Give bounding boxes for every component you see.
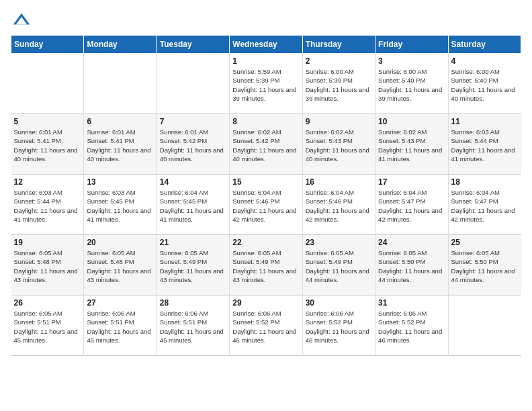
- day-info: Sunrise: 6:06 AMSunset: 5:52 PMDaylight:…: [378, 309, 445, 345]
- day-info: Sunrise: 6:02 AMSunset: 5:42 PMDaylight:…: [232, 128, 299, 163]
- day-info: Sunrise: 6:05 AMSunset: 5:49 PMDaylight:…: [232, 248, 299, 284]
- day-number: 17: [378, 177, 445, 187]
- calendar-cell: 10Sunrise: 6:02 AMSunset: 5:43 PMDayligh…: [375, 114, 448, 175]
- calendar-cell: 13Sunrise: 6:03 AMSunset: 5:45 PMDayligh…: [84, 175, 157, 235]
- day-number: 25: [451, 238, 519, 247]
- day-number: 6: [87, 117, 153, 126]
- calendar-cell: 17Sunrise: 6:04 AMSunset: 5:47 PMDayligh…: [375, 175, 448, 235]
- day-info: Sunrise: 6:03 AMSunset: 5:45 PMDaylight:…: [87, 188, 153, 224]
- day-info: Sunrise: 6:05 AMSunset: 5:48 PMDaylight:…: [14, 248, 81, 284]
- day-info: Sunrise: 6:01 AMSunset: 5:41 PMDaylight:…: [87, 128, 153, 163]
- day-info: Sunrise: 6:05 AMSunset: 5:50 PMDaylight:…: [451, 248, 519, 284]
- day-info: Sunrise: 6:04 AMSunset: 5:46 PMDaylight:…: [306, 188, 372, 224]
- day-number: 1: [232, 56, 299, 66]
- day-info: Sunrise: 6:01 AMSunset: 5:42 PMDaylight:…: [160, 128, 226, 163]
- calendar-cell: 30Sunrise: 6:06 AMSunset: 5:52 PMDayligh…: [302, 295, 375, 356]
- calendar-cell: 26Sunrise: 6:05 AMSunset: 5:51 PMDayligh…: [11, 295, 84, 356]
- calendar-cell: 15Sunrise: 6:04 AMSunset: 5:46 PMDayligh…: [230, 175, 302, 235]
- day-info: Sunrise: 6:02 AMSunset: 5:43 PMDaylight:…: [378, 128, 445, 163]
- day-info: Sunrise: 6:06 AMSunset: 5:51 PMDaylight:…: [87, 309, 153, 345]
- calendar-cell: 14Sunrise: 6:04 AMSunset: 5:45 PMDayligh…: [157, 175, 229, 235]
- calendar-cell: 18Sunrise: 6:04 AMSunset: 5:47 PMDayligh…: [448, 175, 521, 235]
- day-info: Sunrise: 6:01 AMSunset: 5:41 PMDaylight:…: [14, 128, 81, 163]
- calendar-cell: 24Sunrise: 6:05 AMSunset: 5:50 PMDayligh…: [375, 235, 448, 295]
- day-number: 27: [87, 298, 153, 308]
- day-number: 13: [87, 177, 153, 187]
- day-info: Sunrise: 6:03 AMSunset: 5:44 PMDaylight:…: [451, 128, 519, 163]
- day-number: 29: [232, 298, 299, 308]
- day-info: Sunrise: 6:04 AMSunset: 5:47 PMDaylight:…: [378, 188, 445, 224]
- day-number: 28: [160, 298, 226, 308]
- day-info: Sunrise: 6:05 AMSunset: 5:49 PMDaylight:…: [160, 248, 226, 284]
- calendar-cell: 27Sunrise: 6:06 AMSunset: 5:51 PMDayligh…: [84, 295, 157, 356]
- calendar-cell: 6Sunrise: 6:01 AMSunset: 5:41 PMDaylight…: [84, 114, 157, 175]
- day-number: 26: [14, 298, 81, 308]
- day-number: 9: [306, 117, 372, 126]
- calendar-cell: 8Sunrise: 6:02 AMSunset: 5:42 PMDaylight…: [230, 114, 302, 175]
- day-number: 31: [378, 298, 445, 308]
- day-number: 7: [160, 117, 226, 126]
- day-info: Sunrise: 6:05 AMSunset: 5:48 PMDaylight:…: [87, 248, 153, 284]
- calendar-cell: [448, 295, 521, 356]
- day-info: Sunrise: 6:02 AMSunset: 5:43 PMDaylight:…: [306, 128, 372, 163]
- calendar-cell: 9Sunrise: 6:02 AMSunset: 5:43 PMDaylight…: [302, 114, 375, 175]
- calendar-cell: 2Sunrise: 6:00 AMSunset: 5:39 PMDaylight…: [302, 54, 375, 114]
- day-info: Sunrise: 6:03 AMSunset: 5:44 PMDaylight:…: [14, 188, 81, 224]
- day-number: 20: [87, 238, 153, 247]
- calendar-cell: 5Sunrise: 6:01 AMSunset: 5:41 PMDaylight…: [11, 114, 84, 175]
- day-number: 15: [232, 177, 299, 187]
- weekday-header-friday: Friday: [375, 36, 448, 54]
- day-number: 8: [232, 117, 299, 126]
- calendar-cell: 22Sunrise: 6:05 AMSunset: 5:49 PMDayligh…: [230, 235, 302, 295]
- weekday-header-thursday: Thursday: [302, 36, 375, 54]
- day-number: 5: [14, 117, 81, 126]
- calendar-cell: 4Sunrise: 6:00 AMSunset: 5:40 PMDaylight…: [448, 54, 521, 114]
- calendar-cell: 25Sunrise: 6:05 AMSunset: 5:50 PMDayligh…: [448, 235, 521, 295]
- day-number: 19: [14, 238, 81, 247]
- calendar-cell: [84, 54, 157, 114]
- weekday-header-saturday: Saturday: [448, 36, 521, 54]
- day-info: Sunrise: 6:06 AMSunset: 5:52 PMDaylight:…: [306, 309, 372, 345]
- calendar-cell: [157, 54, 229, 114]
- day-number: 3: [378, 56, 445, 66]
- day-info: Sunrise: 6:06 AMSunset: 5:52 PMDaylight:…: [232, 309, 299, 345]
- day-info: Sunrise: 6:00 AMSunset: 5:39 PMDaylight:…: [306, 67, 372, 103]
- day-info: Sunrise: 6:04 AMSunset: 5:45 PMDaylight:…: [160, 188, 226, 224]
- calendar-cell: 21Sunrise: 6:05 AMSunset: 5:49 PMDayligh…: [157, 235, 229, 295]
- day-number: 16: [306, 177, 372, 187]
- day-number: 18: [451, 177, 519, 187]
- weekday-header-wednesday: Wednesday: [230, 36, 302, 54]
- calendar-cell: 29Sunrise: 6:06 AMSunset: 5:52 PMDayligh…: [230, 295, 302, 356]
- day-number: 14: [160, 177, 226, 187]
- calendar-cell: 28Sunrise: 6:06 AMSunset: 5:51 PMDayligh…: [157, 295, 229, 356]
- day-number: 11: [451, 117, 519, 126]
- day-info: Sunrise: 6:06 AMSunset: 5:51 PMDaylight:…: [160, 309, 226, 345]
- day-info: Sunrise: 6:04 AMSunset: 5:46 PMDaylight:…: [232, 188, 299, 224]
- weekday-header-monday: Monday: [84, 36, 157, 54]
- calendar-cell: 12Sunrise: 6:03 AMSunset: 5:44 PMDayligh…: [11, 175, 84, 235]
- calendar-cell: 19Sunrise: 6:05 AMSunset: 5:48 PMDayligh…: [11, 235, 84, 295]
- day-info: Sunrise: 5:59 AMSunset: 5:39 PMDaylight:…: [232, 67, 299, 103]
- weekday-header-tuesday: Tuesday: [157, 36, 229, 54]
- calendar-cell: 3Sunrise: 6:00 AMSunset: 5:40 PMDaylight…: [375, 54, 448, 114]
- calendar-cell: 1Sunrise: 5:59 AMSunset: 5:39 PMDaylight…: [230, 54, 302, 114]
- day-info: Sunrise: 6:00 AMSunset: 5:40 PMDaylight:…: [378, 67, 445, 103]
- day-info: Sunrise: 6:05 AMSunset: 5:49 PMDaylight:…: [306, 248, 372, 284]
- calendar-table: SundayMondayTuesdayWednesdayThursdayFrid…: [11, 35, 521, 356]
- page-header: [11, 11, 521, 30]
- calendar-cell: [11, 54, 84, 114]
- day-number: 22: [232, 238, 299, 247]
- logo-icon: [12, 11, 31, 30]
- day-number: 24: [378, 238, 445, 247]
- day-number: 2: [306, 56, 372, 66]
- calendar-cell: 16Sunrise: 6:04 AMSunset: 5:46 PMDayligh…: [302, 175, 375, 235]
- day-info: Sunrise: 6:00 AMSunset: 5:40 PMDaylight:…: [451, 67, 519, 103]
- calendar-cell: 20Sunrise: 6:05 AMSunset: 5:48 PMDayligh…: [84, 235, 157, 295]
- day-info: Sunrise: 6:05 AMSunset: 5:51 PMDaylight:…: [14, 309, 81, 345]
- day-info: Sunrise: 6:05 AMSunset: 5:50 PMDaylight:…: [378, 248, 445, 284]
- calendar-cell: 11Sunrise: 6:03 AMSunset: 5:44 PMDayligh…: [448, 114, 521, 175]
- day-number: 4: [451, 56, 519, 66]
- calendar-cell: 23Sunrise: 6:05 AMSunset: 5:49 PMDayligh…: [302, 235, 375, 295]
- logo: [11, 11, 31, 30]
- calendar-cell: 7Sunrise: 6:01 AMSunset: 5:42 PMDaylight…: [157, 114, 229, 175]
